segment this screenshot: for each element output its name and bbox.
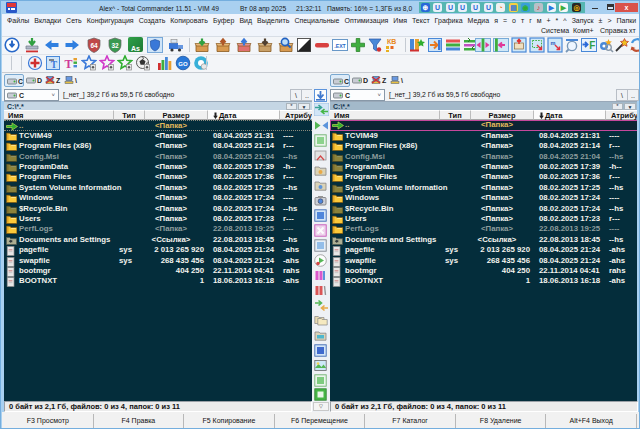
svg-text:m: m	[551, 40, 556, 46]
svg-text:32: 32	[111, 42, 119, 49]
svg-text:T: T	[51, 60, 58, 70]
svg-text:КВ: КВ	[387, 38, 396, 45]
svg-text:.EXT: .EXT	[334, 43, 346, 49]
svg-text:GO: GO	[178, 61, 188, 67]
svg-text:64: 64	[90, 42, 98, 49]
svg-text:F: F	[589, 40, 595, 51]
svg-text:T: T	[64, 57, 72, 71]
